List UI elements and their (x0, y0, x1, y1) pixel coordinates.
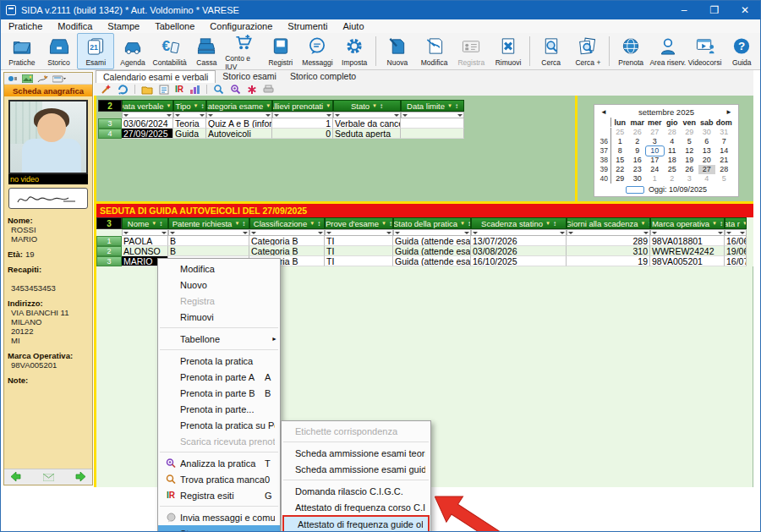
menu-item-invia-messaggi-e-comunicazioni[interactable]: Invia messaggi e comunicazioni (158, 509, 280, 525)
search-advanced-icon[interactable] (230, 84, 241, 95)
menu-item-tabellone[interactable]: Tabellone► (158, 331, 280, 347)
toolbar-guida-button[interactable]: ? Guida (723, 33, 760, 69)
calendar-day[interactable]: 27 (698, 165, 716, 174)
chart-icon[interactable] (189, 84, 200, 95)
calendar-day[interactable]: 1 (611, 137, 629, 146)
tab-calendario-esami[interactable]: Calendario esami e verbali (96, 70, 216, 83)
list-icon[interactable] (159, 84, 169, 95)
menu-item-prenota-in-parte[interactable]: Prenota in parte... (158, 401, 280, 417)
table-cell[interactable]: Teoria (173, 118, 206, 129)
column-header-patente-richiesta[interactable]: Patente richiesta▼↕ (168, 217, 249, 229)
calendar-day[interactable]: 8 (611, 146, 629, 156)
table-cell[interactable]: 289 (567, 236, 650, 246)
table-cell[interactable]: 03/06/2024 (122, 118, 173, 129)
toolbar-imposta-button[interactable]: Imposta (336, 33, 373, 69)
menu-strumenti[interactable]: Strumenti (280, 20, 335, 32)
toolbar-pratiche-button[interactable]: Pratiche (3, 33, 41, 69)
filter-cell[interactable] (567, 229, 650, 236)
table-cell[interactable]: PAOLA (122, 236, 168, 246)
filter-cell[interactable] (325, 229, 393, 236)
filter-cell[interactable] (333, 112, 401, 118)
filter-cell[interactable] (206, 112, 272, 118)
calendar-day[interactable]: 23 (629, 165, 647, 174)
column-header-prove-d-esame[interactable]: Prove d'esame▼↕ (325, 217, 393, 229)
table-cell[interactable]: 13/07/2026 (471, 236, 567, 246)
table-cell[interactable]: B (168, 236, 249, 246)
calendar-day[interactable]: 26 (681, 165, 698, 174)
calendar-day[interactable]: 30 (629, 174, 647, 184)
toolbar-esami-button[interactable]: 21 Esami (77, 33, 114, 69)
row-number-cell[interactable]: 1 (96, 236, 122, 246)
table-cell[interactable]: TI (325, 256, 393, 266)
calendar-day[interactable]: 25 (611, 128, 629, 137)
open-folder-icon[interactable] (141, 84, 153, 95)
filter-cell[interactable] (122, 229, 168, 236)
menu-pratiche[interactable]: Pratiche (1, 20, 50, 32)
calendar-day[interactable]: 14 (715, 146, 733, 156)
calendar-day[interactable]: 1 (646, 174, 664, 184)
calendar-day[interactable]: 10 (646, 146, 664, 156)
menu-item-attestato-di-frequenza-corso-c-i-g-c[interactable]: Attestato di frequenza corso C.I.G.C (282, 499, 430, 515)
column-header-data-verbale[interactable]: Data verbale▼↕ (122, 100, 173, 112)
calendar-day[interactable]: 3 (646, 137, 664, 146)
menu-configurazione[interactable]: Configurazione (202, 20, 280, 32)
calendar-next-button[interactable]: ► (722, 108, 736, 116)
asterisk-icon[interactable] (247, 84, 257, 95)
refresh-icon[interactable] (118, 84, 129, 95)
toolbar-rimuovi-button[interactable]: Rimuovi (490, 33, 527, 69)
column-header-marca-operativa[interactable]: Marca operativa▼↕ (650, 217, 725, 229)
close-button[interactable]: ✕ (730, 1, 760, 19)
column-header-stato[interactable]: Stato▼↕ (333, 100, 401, 112)
filter-cell[interactable] (471, 229, 567, 236)
column-header-categoria-esame[interactable]: Categoria esame▼↕ (206, 100, 272, 112)
row-number-cell[interactable]: 3 (98, 118, 122, 129)
column-header-scadenza-statino[interactable]: Scadenza statino▼↕ (471, 217, 567, 229)
filter-cell[interactable] (168, 229, 249, 236)
column-header-allievi-prenotati[interactable]: Allievi prenotati▼↕ (272, 100, 333, 112)
calendar-day[interactable]: 29 (681, 128, 698, 137)
calendar-day[interactable]: 18 (664, 156, 682, 165)
column-header-giorni-alla-scadenza[interactable]: Giorni alla scadenza▼↕ (567, 217, 650, 229)
filter-cell[interactable] (173, 112, 206, 118)
table-cell[interactable]: Guida (attende esame) (393, 256, 471, 266)
filter-cell[interactable] (650, 229, 725, 236)
calendar-day[interactable]: 19 (681, 156, 698, 165)
column-header-tipo[interactable]: Tipo▼↕ (173, 100, 206, 112)
table-cell[interactable]: 19 (567, 256, 650, 266)
calendar-day[interactable]: 12 (681, 146, 698, 156)
toolbar-cerca-plus-button[interactable]: Cerca + (570, 33, 607, 69)
column-header-data-limite[interactable]: Data limite▼↕ (401, 100, 464, 112)
table-cell[interactable]: 98VA005201 (650, 256, 725, 266)
column-header-stato-della-pratica[interactable]: Stato della pratica▼↕ (393, 217, 471, 229)
toolbar-messaggi-button[interactable]: Messaggi (299, 33, 337, 69)
menu-item-rimuovi[interactable]: Rimuovi (158, 309, 280, 325)
toolbar-contabilita-button[interactable]: € Contabilità (151, 33, 189, 69)
menu-item-scheda-ammissione-esami-guida[interactable]: Scheda ammissione esami guida (282, 461, 430, 477)
table-cell[interactable]: Seduta aperta (333, 129, 401, 139)
calendar-day[interactable]: 9 (629, 146, 647, 156)
table-cell[interactable]: TI (325, 246, 393, 256)
calendar-day[interactable]: 17 (646, 156, 664, 165)
previous-record-button[interactable] (11, 469, 21, 485)
calendar-day[interactable]: 7 (715, 137, 733, 146)
table-cell[interactable]: Categoria B (249, 236, 325, 246)
calendar-day[interactable]: 28 (664, 128, 682, 137)
splitter[interactable] (575, 96, 578, 201)
table-cell[interactable]: ALONSO (122, 246, 168, 256)
calendar-day[interactable]: 3 (681, 174, 698, 184)
row-number-cell[interactable]: 3 (96, 256, 122, 266)
calendar-day[interactable]: 2 (664, 174, 682, 184)
table-cell[interactable]: Categoria B (249, 246, 325, 256)
tab-storico-esami[interactable]: Storico esami (216, 70, 283, 83)
next-record-button[interactable] (75, 469, 85, 485)
menu-item-nuovo[interactable]: Nuovo (158, 277, 280, 293)
menu-item-stampe[interactable]: Stampe► (158, 525, 280, 532)
calendar-day[interactable]: 26 (629, 128, 647, 137)
tab-storico-completo[interactable]: Storico completo (283, 70, 363, 83)
menu-stampe[interactable]: Stampe (100, 20, 147, 32)
photo-icon[interactable] (22, 71, 33, 86)
calendar-day[interactable]: 6 (698, 137, 716, 146)
menu-item-scheda-ammissione-esami-teorici[interactable]: Scheda ammissione esami teorici (282, 445, 430, 461)
maximize-button[interactable]: ❐ (699, 1, 730, 19)
column-header-data-r[interactable]: Data r▼↕ (725, 217, 747, 229)
